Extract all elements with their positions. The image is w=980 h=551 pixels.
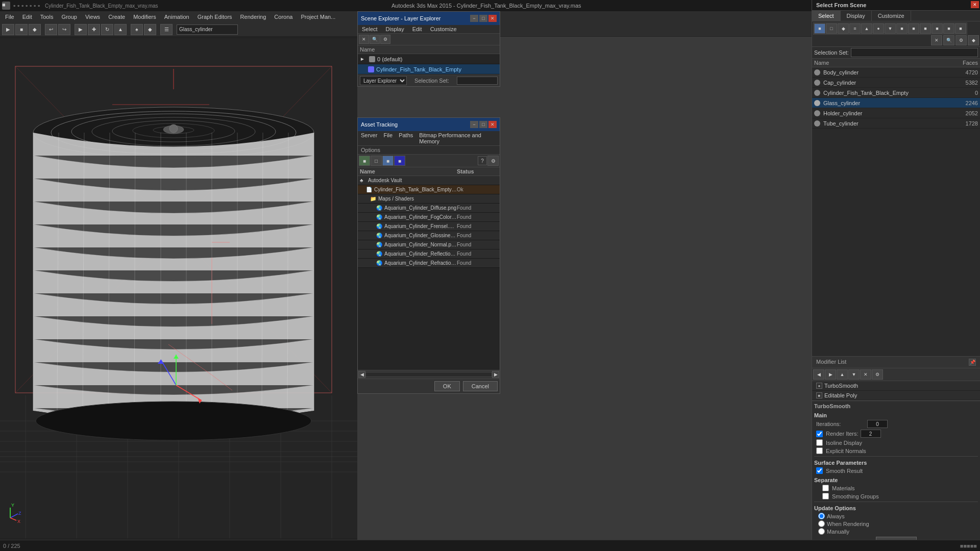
menu-animation[interactable]: Animation [160, 13, 193, 21]
le-menu-edit[interactable]: Edit [408, 25, 426, 33]
layer-row-default[interactable]: ► 0 (default) [358, 54, 500, 64]
select-type6-icon[interactable]: ■ [920, 23, 931, 34]
modifier-tb-down[interactable]: ▼ [848, 369, 860, 380]
toolbar-undo[interactable]: ↩ [45, 24, 57, 35]
modifier-editable-poly[interactable]: ■ Editable Poly [812, 391, 980, 400]
layer-explorer-minimize[interactable]: − [470, 15, 478, 22]
at-tb-btn4[interactable]: ■ [394, 156, 405, 166]
modifier-turbosmooth[interactable]: ● TurboSmooth [812, 381, 980, 391]
modifier-tb-left[interactable]: ◀ [813, 369, 824, 380]
menu-corona[interactable]: Corona [270, 13, 297, 21]
obj-row-cap[interactable]: Cap_cylinder 5382 [812, 78, 980, 88]
at-row-frensel[interactable]: 🌏 Aquarium_Cylinder_Frensel.png Found [358, 222, 500, 231]
at-cancel-button[interactable]: Cancel [463, 381, 498, 391]
panel-tb-help-icon[interactable]: ◆ [968, 35, 979, 45]
at-row-fogcolor[interactable]: 🌏 Aquarium_Cylinder_FogColor.png Found [358, 213, 500, 222]
tab-display[interactable]: Display [841, 11, 872, 21]
panel-tb-close-icon[interactable]: ✕ [931, 35, 942, 45]
at-menu-bitmap[interactable]: Bitmap Performance and Memory [416, 131, 500, 145]
panel-tb-find-icon[interactable]: 🔍 [943, 35, 954, 45]
at-help-btn[interactable]: ? [478, 156, 487, 165]
ts-render-iters-checkbox[interactable] [816, 431, 823, 437]
select-filter-icon[interactable]: ≡ [849, 23, 861, 34]
ts-manually-radio[interactable] [818, 528, 825, 535]
le-tb-close[interactable]: ✕ [359, 35, 369, 44]
at-row-normal[interactable]: 🌏 Aquarium_Cylinder_Normal.png Found [358, 240, 500, 249]
obj-row-glass[interactable]: Glass_cylinder 2246 [812, 98, 980, 108]
obj-row-body[interactable]: Body_cylinder 4720 [812, 67, 980, 78]
ts-smooth-result-checkbox[interactable] [816, 467, 823, 474]
right-panel-close[interactable]: ✕ [971, 1, 979, 8]
at-scroll-right-btn[interactable]: ▶ [492, 371, 499, 378]
layer-explorer-dropdown[interactable]: Layer Explorer [360, 76, 407, 85]
modifier-tb-up[interactable]: ▲ [837, 369, 848, 380]
toolbar-rotate[interactable]: ↻ [101, 24, 113, 35]
toolbar-scale[interactable]: ▲ [114, 24, 127, 35]
select-all-icon[interactable]: ■ [814, 23, 825, 34]
select-type2-icon[interactable]: ● [873, 23, 884, 34]
toolbar-mirror[interactable]: ◆ [144, 24, 156, 35]
obj-row-cylinder-fish[interactable]: Cylinder_Fish_Tank_Black_Empty 0 [812, 88, 980, 98]
menu-file[interactable]: File [1, 13, 18, 21]
at-row-refraction[interactable]: 🌏 Aquarium_Cylinder_Refraction.png Found [358, 259, 500, 268]
asset-tracking-titlebar[interactable]: Asset Tracking − □ ✕ [358, 118, 500, 131]
ts-iterations-input[interactable] [867, 420, 888, 428]
at-menu-file[interactable]: File [380, 131, 396, 145]
at-row-maps-folder[interactable]: 📁 Maps / Shaders [358, 194, 500, 204]
toolbar-select[interactable]: ▶ [75, 24, 87, 35]
le-menu-customize[interactable]: Customize [426, 25, 461, 33]
at-tb-settings[interactable]: ⚙ [487, 156, 499, 166]
menu-create[interactable]: Create [104, 13, 129, 21]
at-row-glossiness[interactable]: 🌏 Aquarium_Cylinder_Glossiness.png Found [358, 231, 500, 240]
at-tb-btn3[interactable]: ■ [382, 156, 394, 166]
ts-explicit-normals-checkbox[interactable] [816, 447, 823, 454]
select-type9-icon[interactable]: ■ [955, 23, 966, 34]
at-menu-server[interactable]: Server [358, 131, 380, 145]
ts-isoline-checkbox[interactable] [816, 439, 823, 446]
at-row-file[interactable]: 📄 Cylinder_Fish_Tank_Black_Empty_max_vra… [358, 185, 500, 194]
select-type8-icon[interactable]: ■ [943, 23, 954, 34]
panel-tb-settings-icon[interactable]: ⚙ [955, 35, 967, 45]
at-scroll-left-btn[interactable]: ◀ [358, 371, 365, 378]
select-none-icon[interactable]: □ [826, 23, 837, 34]
tab-customize[interactable]: Customize [872, 11, 911, 21]
select-type5-icon[interactable]: ■ [908, 23, 919, 34]
modifier-pin-icon[interactable]: 📌 [969, 359, 976, 366]
le-tb-find[interactable]: 🔍 [370, 35, 380, 44]
ts-render-iters-input[interactable] [861, 430, 881, 438]
at-maximize[interactable]: □ [479, 121, 487, 128]
toolbar-btn-2[interactable]: ■ [15, 24, 28, 35]
at-menu-paths[interactable]: Paths [396, 131, 416, 145]
le-menu-display[interactable]: Display [382, 25, 408, 33]
viewport[interactable]: [+] [Perspective] [Shaded + Edged Faces]… [0, 37, 357, 540]
le-menu-select[interactable]: Select [358, 25, 382, 33]
at-close[interactable]: ✕ [488, 121, 497, 128]
selection-set-input[interactable] [457, 77, 498, 85]
at-minimize[interactable]: − [470, 121, 478, 128]
at-row-vault[interactable]: ♣ Autodesk Vault [358, 176, 500, 185]
at-tb-btn2[interactable]: □ [371, 156, 382, 166]
at-ok-button[interactable]: OK [434, 381, 460, 391]
menu-graph-editors[interactable]: Graph Editors [193, 13, 236, 21]
ts-smoothing-groups-checkbox[interactable] [822, 493, 829, 499]
layer-explorer-maximize[interactable]: □ [479, 15, 487, 22]
modifier-tb-right[interactable]: ▶ [825, 369, 836, 380]
selection-set-field[interactable] [851, 48, 978, 57]
at-row-diffuse[interactable]: 🌏 Aquarium_Cylinder_Diffuse.png Found [358, 204, 500, 213]
layer-row-cylinder[interactable]: Cylinder_Fish_Tank_Black_Empty [358, 64, 500, 74]
select-invert-icon[interactable]: ◆ [838, 23, 849, 34]
at-scroll-track[interactable] [365, 372, 492, 377]
layer-explorer-titlebar[interactable]: Scene Explorer - Layer Explorer − □ ✕ [358, 12, 500, 25]
ts-always-radio[interactable] [818, 513, 825, 519]
at-tb-btn1[interactable]: ■ [359, 156, 370, 166]
modifier-tb-configure[interactable]: ⚙ [872, 369, 883, 380]
select-type3-icon[interactable]: ▼ [885, 23, 896, 34]
toolbar-btn-3[interactable]: ◆ [29, 24, 41, 35]
menu-tools[interactable]: Tools [36, 13, 58, 21]
at-row-reflection[interactable]: 🌏 Aquarium_Cylinder_Reflection.png Found [358, 249, 500, 259]
toolbar-layer[interactable]: ☰ [160, 24, 173, 35]
menu-rendering[interactable]: Rendering [236, 13, 271, 21]
select-type1-icon[interactable]: ▲ [861, 23, 872, 34]
modifier-tb-delete[interactable]: ✕ [860, 369, 871, 380]
toolbar-move[interactable]: ✚ [88, 24, 100, 35]
